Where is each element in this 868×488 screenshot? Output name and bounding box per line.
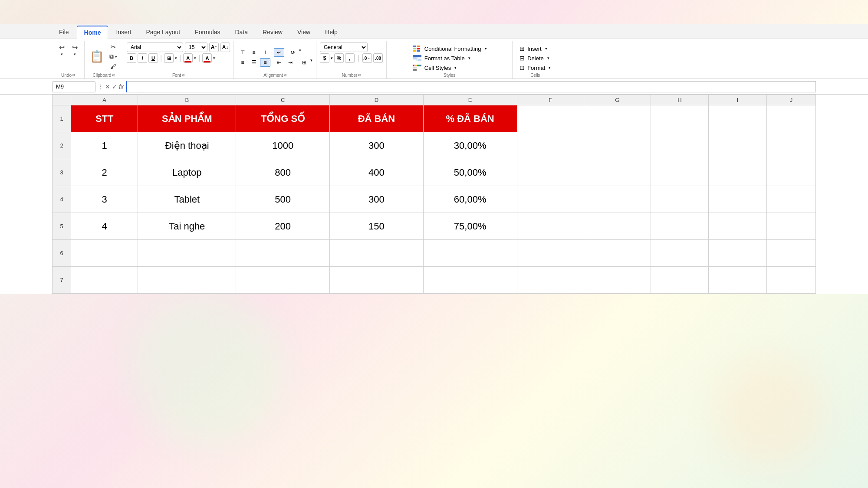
col-header-f[interactable]: F (517, 95, 584, 105)
cell-f7[interactable] (517, 267, 584, 294)
cell-h4[interactable] (651, 186, 709, 213)
cell-h2[interactable] (651, 132, 709, 159)
cell-a5[interactable]: 4 (71, 213, 138, 240)
col-header-h[interactable]: H (651, 95, 709, 105)
cell-i4[interactable] (709, 186, 767, 213)
tab-page-layout[interactable]: Page Layout (139, 26, 187, 38)
align-left-button[interactable]: ≡ (237, 58, 248, 67)
cell-d6[interactable] (330, 240, 424, 267)
cell-g4[interactable] (584, 186, 651, 213)
cell-d3[interactable]: 400 (330, 159, 424, 186)
number-expand-icon[interactable]: ⧉ (358, 73, 361, 78)
cell-f5[interactable] (517, 213, 584, 240)
cell-j5[interactable] (766, 213, 815, 240)
cell-j6[interactable] (766, 240, 815, 267)
tab-review[interactable]: Review (256, 26, 289, 38)
formula-confirm-icon[interactable]: ✓ (112, 83, 117, 90)
cell-j1[interactable] (766, 105, 815, 132)
decrease-indent-button[interactable]: ⇤ (274, 58, 284, 67)
delete-dropdown[interactable]: ▾ (547, 56, 549, 60)
align-center-button[interactable]: ☰ (249, 58, 259, 67)
orientation-button[interactable]: ⟳ (288, 48, 298, 57)
cell-f2[interactable] (517, 132, 584, 159)
cell-b7[interactable] (138, 267, 236, 294)
cell-e4[interactable]: 60,00% (423, 186, 517, 213)
cell-d2[interactable]: 300 (330, 132, 424, 159)
delete-cells-button[interactable]: ⊟ Delete ▾ (516, 54, 553, 62)
cell-a2[interactable]: 1 (71, 132, 138, 159)
cell-c4[interactable]: 500 (236, 186, 330, 213)
orientation-dropdown[interactable]: ▾ (299, 48, 301, 57)
cell-j4[interactable] (766, 186, 815, 213)
cell-b3[interactable]: Laptop (138, 159, 236, 186)
undo-button[interactable]: ↩ ▾ (56, 43, 68, 57)
cell-b2[interactable]: Điện thoại (138, 132, 236, 159)
paste-button[interactable]: 📋 (88, 49, 105, 64)
cell-c2[interactable]: 1000 (236, 132, 330, 159)
tab-file[interactable]: File (52, 26, 76, 38)
cell-h5[interactable] (651, 213, 709, 240)
tab-home[interactable]: Home (77, 26, 108, 39)
format-as-table-dropdown[interactable]: ▾ (468, 56, 470, 60)
increase-font-button[interactable]: A↑ (209, 43, 219, 52)
cell-b5[interactable]: Tai nghe (138, 213, 236, 240)
tab-view[interactable]: View (290, 26, 317, 38)
format-painter-button[interactable]: 🖌 (107, 62, 119, 71)
cell-e2[interactable]: 30,00% (423, 132, 517, 159)
cell-j3[interactable] (766, 159, 815, 186)
font-size-select[interactable]: 15 (185, 43, 207, 52)
cell-g1[interactable] (584, 105, 651, 132)
cell-g6[interactable] (584, 240, 651, 267)
cell-e7[interactable] (423, 267, 517, 294)
number-format-select[interactable]: General (320, 43, 368, 52)
align-middle-button[interactable]: ≡ (249, 48, 259, 57)
cell-a3[interactable]: 2 (71, 159, 138, 186)
col-header-g[interactable]: G (584, 95, 651, 105)
comma-button[interactable]: , (345, 53, 355, 63)
cell-c1[interactable]: TỔNG SỐ (236, 105, 330, 132)
cell-d4[interactable]: 300 (330, 186, 424, 213)
italic-button[interactable]: I (138, 53, 147, 63)
col-header-e[interactable]: E (423, 95, 517, 105)
tab-formulas[interactable]: Formulas (188, 26, 227, 38)
cell-a1[interactable]: STT (71, 105, 138, 132)
conditional-formatting-dropdown[interactable]: ▾ (485, 46, 487, 51)
fill-dropdown[interactable]: ▾ (194, 56, 196, 60)
cell-f4[interactable] (517, 186, 584, 213)
cell-e5[interactable]: 75,00% (423, 213, 517, 240)
cell-b4[interactable]: Tablet (138, 186, 236, 213)
merge-dropdown[interactable]: ▾ (310, 58, 312, 67)
cell-g2[interactable] (584, 132, 651, 159)
formula-cancel-icon[interactable]: ✕ (105, 83, 110, 90)
cell-styles-dropdown[interactable]: ▾ (454, 66, 457, 70)
tab-help[interactable]: Help (318, 26, 345, 38)
tab-data[interactable]: Data (228, 26, 255, 38)
cell-h3[interactable] (651, 159, 709, 186)
cell-c7[interactable] (236, 267, 330, 294)
cell-a7[interactable] (71, 267, 138, 294)
align-bottom-button[interactable]: ⊥ (260, 48, 270, 57)
col-header-c[interactable]: C (236, 95, 330, 105)
insert-dropdown[interactable]: ▾ (545, 46, 547, 51)
align-top-button[interactable]: ⊤ (237, 48, 248, 57)
font-color-button[interactable]: A (202, 53, 212, 63)
cell-f3[interactable] (517, 159, 584, 186)
currency-button[interactable]: $ (320, 53, 329, 63)
col-header-d[interactable]: D (330, 95, 424, 105)
format-dropdown[interactable]: ▾ (549, 66, 551, 70)
cell-j7[interactable] (766, 267, 815, 294)
copy-button[interactable]: ⧉ ▾ (107, 52, 119, 61)
undo-group-expand-icon[interactable]: ⧉ (72, 73, 75, 78)
cell-g7[interactable] (584, 267, 651, 294)
currency-dropdown[interactable]: ▾ (331, 56, 333, 60)
cell-a6[interactable] (71, 240, 138, 267)
cell-i3[interactable] (709, 159, 767, 186)
tab-insert[interactable]: Insert (109, 26, 138, 38)
fill-color-button[interactable]: A (183, 53, 193, 63)
decrease-decimal-button[interactable]: .0← (362, 53, 372, 63)
cell-i2[interactable] (709, 132, 767, 159)
alignment-expand-icon[interactable]: ⧉ (284, 73, 286, 78)
cut-button[interactable]: ✂ (107, 43, 119, 51)
decrease-font-button[interactable]: A↓ (220, 43, 230, 52)
col-header-b[interactable]: B (138, 95, 236, 105)
